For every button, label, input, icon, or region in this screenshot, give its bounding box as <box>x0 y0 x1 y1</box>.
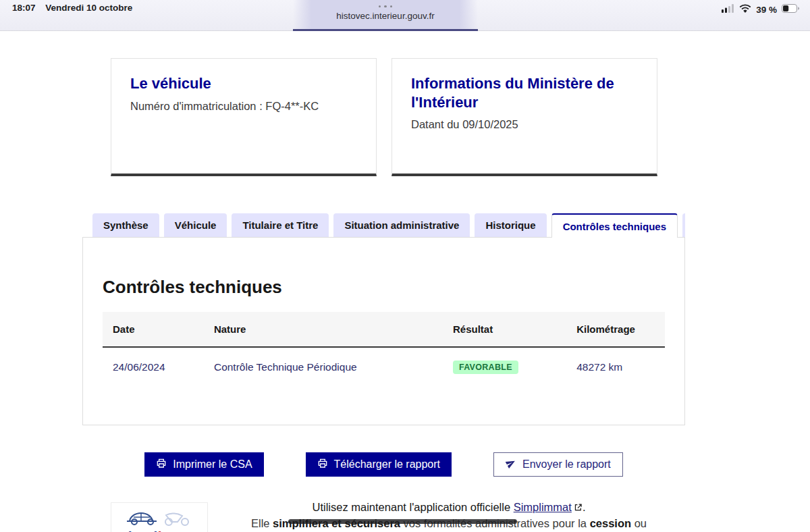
histovec-page: { "status_bar": { "time": "18:07", "date… <box>0 0 810 532</box>
col-header-date: Date <box>103 312 204 347</box>
tab-vehicule[interactable]: Véhicule <box>164 213 227 237</box>
send-report-button[interactable]: Envoyer le rapport <box>493 452 623 477</box>
cell-resultat: FAVORABLE <box>443 347 566 378</box>
col-header-kilometrage: Kilométrage <box>566 312 665 347</box>
controles-techniques-table: Date Nature Résultat Kilométrage 24/06/2… <box>103 312 665 378</box>
report-tabs: Synthèse Véhicule Titulaire et Titre Sit… <box>82 213 685 238</box>
table-row: 24/06/2024 Contrôle Technique Périodique… <box>103 347 665 378</box>
vehicle-card: Le véhicule Numéro d'immatriculation : F… <box>111 58 377 176</box>
print-csa-label: Imprimer le CSA <box>173 458 252 471</box>
col-header-resultat: Résultat <box>443 312 566 347</box>
send-icon <box>506 458 516 471</box>
printer-icon <box>156 458 167 471</box>
print-csa-button[interactable]: Imprimer le CSA <box>144 452 263 477</box>
ministry-info-card-title: Informations du Ministère de l'Intérieur <box>411 74 638 111</box>
download-report-label: Télécharger le rapport <box>334 458 440 471</box>
statusbar-indicators: 39 % <box>722 3 800 16</box>
safari-address-tab[interactable]: histovec.interieur.gouv.fr <box>293 0 478 31</box>
col-header-nature: Nature <box>204 312 443 347</box>
registration-number-line: Numéro d'immatriculation : FQ-4**-KC <box>130 100 357 113</box>
wifi-icon <box>739 3 751 16</box>
car-and-motorcycle-icon <box>126 506 193 527</box>
tab-situation-administrative[interactable]: Situation administrative <box>333 213 470 237</box>
status-badge: FAVORABLE <box>453 361 518 374</box>
promo-period: . <box>583 501 586 513</box>
simplimmat-promo-text: Utilisez maintenant l'application offici… <box>215 500 683 531</box>
tab-controles-techniques[interactable]: Contrôles techniques <box>551 213 678 238</box>
battery-icon <box>782 3 800 16</box>
panel-heading: Contrôles techniques <box>103 277 665 298</box>
statusbar-date: Vendredi 10 octobre <box>45 3 132 13</box>
battery-percent-label: 39 % <box>756 5 777 15</box>
printer-icon <box>317 458 328 471</box>
report-date-line: Datant du 09/10/2025 <box>411 118 638 131</box>
statusbar-time: 18:07 <box>12 3 36 13</box>
download-report-button[interactable]: Télécharger le rapport <box>306 452 452 477</box>
simplimmat-logo: Simplimmat <box>111 502 208 532</box>
simplimmat-link[interactable]: Simplimmat <box>514 501 572 513</box>
external-link-icon <box>574 500 583 516</box>
cell-kilometrage: 48272 km <box>566 347 665 378</box>
statusbar-datetime: 18:07 Vendredi 10 octobre <box>12 3 132 13</box>
report-actions: Imprimer le CSA Télécharger le rapport E… <box>82 452 685 477</box>
home-indicator-bar[interactable] <box>288 519 517 524</box>
ellipsis-icon[interactable] <box>293 4 478 7</box>
tab-historique[interactable]: Historique <box>475 213 546 237</box>
promo-intro: Utilisez maintenant l'application offici… <box>313 501 514 513</box>
ministry-info-card: Informations du Ministère de l'Intérieur… <box>392 58 657 176</box>
vehicle-card-title: Le véhicule <box>130 74 357 93</box>
controles-techniques-panel: Contrôles techniques Date Nature Résulta… <box>82 237 685 425</box>
tab-titulaire-et-titre[interactable]: Titulaire et Titre <box>232 213 329 237</box>
promo-line1: Utilisez maintenant l'application offici… <box>215 500 683 516</box>
tab-kilometrage[interactable]: Kilométrage <box>682 213 685 237</box>
summary-cards: Le véhicule Numéro d'immatriculation : F… <box>111 58 657 176</box>
address-url[interactable]: histovec.interieur.gouv.fr <box>293 11 478 21</box>
simplimmat-wordmark: Simplimmat <box>111 529 207 532</box>
send-report-label: Envoyer le rapport <box>522 458 611 471</box>
tab-synthese[interactable]: Synthèse <box>92 213 159 237</box>
cell-nature: Contrôle Technique Périodique <box>204 347 443 378</box>
table-header-row: Date Nature Résultat Kilométrage <box>103 312 665 347</box>
cell-date: 24/06/2024 <box>103 347 204 378</box>
safari-top-bar: 18:07 Vendredi 10 octobre histovec.inter… <box>0 0 810 31</box>
cellular-signal-icon <box>722 3 734 16</box>
